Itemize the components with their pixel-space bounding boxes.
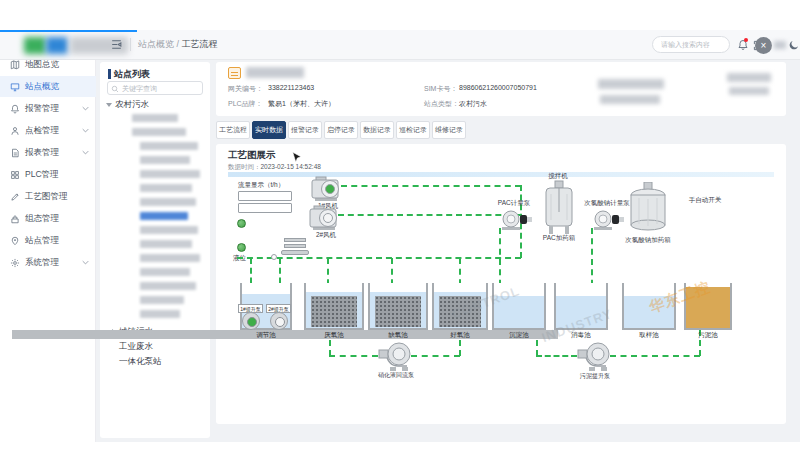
gateway-value: 338221123463 bbox=[268, 84, 314, 91]
menu-fold-icon[interactable] bbox=[110, 38, 123, 51]
sidebar-item-site-management[interactable]: 站点管理 bbox=[0, 230, 96, 251]
site-search[interactable] bbox=[107, 81, 203, 95]
map-icon bbox=[10, 60, 20, 70]
site-tree-item-redacted[interactable] bbox=[140, 310, 180, 318]
site-tree-root[interactable]: 农村污水 bbox=[106, 99, 149, 111]
site-tree-item-industrial-wastewater[interactable]: 工业废水 bbox=[119, 341, 153, 353]
naclo-metering-pump-icon[interactable] bbox=[592, 208, 626, 232]
sim-value: 89860621260007050791 bbox=[459, 84, 537, 91]
site-tree-item-redacted[interactable] bbox=[140, 142, 198, 150]
monitor-icon bbox=[10, 82, 20, 92]
sidebar-label: 系统管理 bbox=[25, 257, 59, 269]
pac-tank-label: PAC加药箱 bbox=[536, 234, 582, 243]
sidebar-item-map-overview[interactable]: 地图总览 bbox=[0, 54, 96, 75]
site-tree-item-redacted[interactable] bbox=[132, 114, 178, 122]
site-tree-item-redacted[interactable] bbox=[132, 128, 186, 136]
plc-label: PLC品牌： bbox=[228, 99, 263, 109]
reflux-pump-icon[interactable] bbox=[376, 340, 416, 372]
site-tree-item-integrated-pump-station[interactable]: 一体化泵站 bbox=[119, 356, 162, 368]
mouse-cursor bbox=[292, 151, 301, 164]
pipe-node bbox=[271, 254, 277, 260]
tree-item-label: 一体化泵站 bbox=[119, 356, 162, 368]
tank-label: 取样池 bbox=[622, 331, 676, 340]
alarm-bell-icon bbox=[10, 104, 20, 114]
sludge-lift-pump-icon[interactable] bbox=[575, 340, 615, 372]
air-pipe-fan2 bbox=[338, 214, 521, 216]
breadcrumb-separator: / bbox=[177, 39, 180, 49]
site-tree-item-redacted[interactable] bbox=[140, 226, 198, 234]
sidebar-label: 站点概览 bbox=[25, 81, 59, 93]
tab-data-records[interactable]: 数据记录 bbox=[360, 121, 394, 139]
divider bbox=[130, 38, 131, 51]
breadcrumb-parent[interactable]: 站点概览 bbox=[138, 39, 174, 49]
site-search-input[interactable] bbox=[122, 83, 200, 93]
site-tree-item-redacted[interactable] bbox=[140, 268, 190, 276]
tab-inspection-records[interactable]: 巡检记录 bbox=[396, 121, 430, 139]
site-tree-item-redacted[interactable] bbox=[140, 156, 190, 164]
reflux-pipe-left bbox=[329, 355, 378, 357]
location-pin-icon bbox=[10, 236, 20, 246]
tank-label: 沉淀池 bbox=[492, 331, 546, 340]
user-avatar[interactable]: × bbox=[755, 37, 772, 54]
sidebar-item-system-management[interactable]: 系统管理 bbox=[0, 252, 96, 273]
global-search-input[interactable] bbox=[661, 38, 725, 51]
tab-alarm-records[interactable]: 报警记录 bbox=[288, 121, 322, 139]
site-tree-item-redacted[interactable] bbox=[140, 198, 196, 206]
site-tree-item-redacted[interactable] bbox=[140, 240, 192, 248]
document-icon bbox=[10, 148, 20, 158]
sim-label: SIM卡号： bbox=[424, 84, 457, 94]
tab-startstop-records[interactable]: 启停记录 bbox=[324, 121, 358, 139]
sidebar-label: 工艺图管理 bbox=[25, 191, 68, 203]
pac-metering-pump-icon[interactable] bbox=[500, 208, 534, 232]
tank-anaerobic bbox=[304, 283, 364, 330]
sidebar-item-config-management[interactable]: 组态管理 bbox=[0, 208, 96, 229]
lift-pump-1-icon[interactable] bbox=[242, 312, 260, 330]
search-icon bbox=[111, 85, 119, 93]
sidebar-item-plc-management[interactable]: PLC管理 bbox=[0, 164, 96, 185]
tank-label: 好氧池 bbox=[432, 331, 488, 340]
manifold-header bbox=[281, 250, 309, 255]
sidebar-item-alarm-management[interactable]: 报警管理 bbox=[0, 98, 96, 119]
global-search[interactable] bbox=[652, 36, 730, 53]
reflux-pump-label: 硝化液回流泵 bbox=[360, 371, 432, 380]
dark-mode-moon-icon[interactable] bbox=[788, 39, 800, 51]
sludge-pipe-right bbox=[610, 355, 700, 357]
sidebar-item-inspection-management[interactable]: 点检管理 bbox=[0, 120, 96, 141]
tab-process-flow[interactable]: 工艺流程 bbox=[216, 121, 250, 139]
fan-2-icon[interactable] bbox=[308, 204, 342, 232]
site-list-title: 站点列表 bbox=[114, 68, 150, 81]
fan-1-icon[interactable] bbox=[310, 175, 344, 203]
type-value: 农村污水 bbox=[459, 99, 487, 109]
sidebar-item-site-overview[interactable]: 站点概览 bbox=[0, 76, 96, 97]
status-indicator-1 bbox=[237, 219, 246, 228]
lift-pump-2-icon[interactable] bbox=[270, 312, 288, 330]
username-blurred bbox=[774, 41, 786, 49]
loading-progress-bar bbox=[0, 30, 137, 32]
tank-label: 污泥池 bbox=[684, 331, 732, 340]
person-icon bbox=[10, 126, 20, 136]
sidebar-label: 站点管理 bbox=[25, 235, 59, 247]
manifold-bar bbox=[284, 238, 306, 242]
site-tree-item-redacted[interactable] bbox=[140, 254, 200, 262]
sidebar-label: 地图总览 bbox=[25, 59, 59, 71]
site-tree-item-redacted[interactable] bbox=[140, 282, 196, 290]
naclo-dosing-tank-icon[interactable] bbox=[627, 182, 669, 236]
data-time-value: 2023-02-15 14:52:48 bbox=[261, 163, 321, 170]
app-screen: 站点概览 / 工艺流程 × 地图总览 站点概览 报警管理 点检管理 报表管理 P… bbox=[0, 0, 800, 450]
tab-maintenance-records[interactable]: 维修记录 bbox=[432, 121, 466, 139]
flow-readout-1 bbox=[238, 191, 292, 201]
sidebar-item-process-diagram-management[interactable]: 工艺图管理 bbox=[0, 186, 96, 207]
site-tree-item-redacted[interactable] bbox=[140, 170, 200, 178]
site-tree-item-redacted[interactable] bbox=[140, 296, 184, 304]
site-tree-item-selected[interactable] bbox=[140, 212, 188, 220]
tab-realtime-data[interactable]: 实时数据 bbox=[252, 121, 286, 139]
sidebar-item-report-management[interactable]: 报表管理 bbox=[0, 142, 96, 163]
blocks-icon bbox=[10, 214, 20, 224]
sidebar-label: PLC管理 bbox=[25, 169, 59, 181]
pac-dosing-tank-icon[interactable] bbox=[542, 180, 576, 236]
sidebar-label: 报表管理 bbox=[25, 147, 59, 159]
station-info-card: 网关编号： 338221123463 PLC品牌： 繁易1（茅村、大许） SIM… bbox=[216, 62, 786, 116]
sludge-pipe-left bbox=[536, 355, 577, 357]
diffuser-grid bbox=[311, 296, 357, 327]
site-tree-item-redacted[interactable] bbox=[140, 184, 192, 192]
